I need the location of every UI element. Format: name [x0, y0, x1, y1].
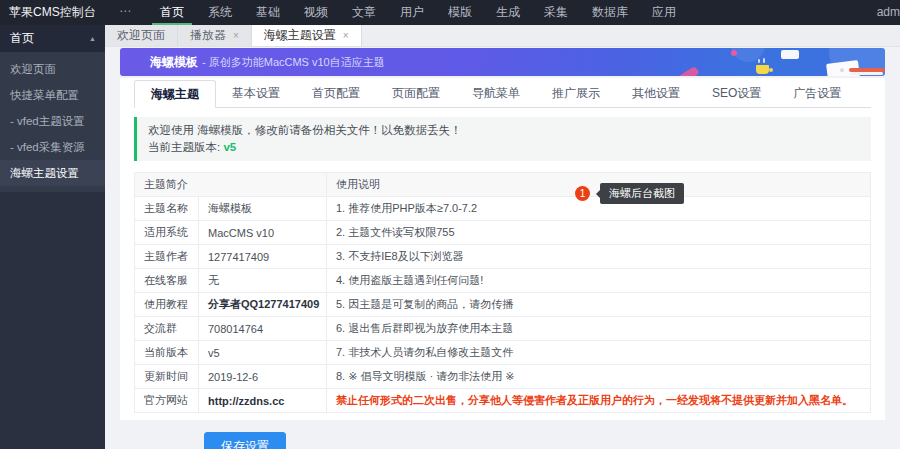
row-label: 官方网站 — [135, 389, 199, 413]
topnav-item[interactable]: 模版 — [436, 0, 484, 25]
theme-banner: 海螺模板- 原创多功能MacCMS v10自适应主题 — [120, 48, 885, 76]
subtab[interactable]: 页面配置 — [376, 80, 456, 107]
row-value: 1277417409 — [199, 245, 327, 269]
table-header-row: 主题简介 使用说明 — [135, 173, 871, 197]
row-label: 更新时间 — [135, 365, 199, 389]
topnav-item[interactable]: 应用 — [640, 0, 688, 25]
sidebar-header-label: 首页 — [10, 30, 34, 47]
page-tab[interactable]: 欢迎页面 — [105, 25, 178, 46]
row-note: 禁止任何形式的二次出售，分享他人等侵害作者及正版用户的行为，一经发现将不提供更新… — [327, 389, 871, 413]
tooltip-arrow-icon — [592, 190, 600, 198]
subtab[interactable]: 广告设置 — [777, 80, 857, 107]
tab-label: 海螺主题设置 — [264, 27, 336, 44]
banner-title: 海螺模板 — [150, 55, 198, 69]
table-row: 当前版本v57. 非技术人员请勿私自修改主题文件 — [135, 341, 871, 365]
table-row: 适用系统MacCMS v102. 主题文件读写权限755 — [135, 221, 871, 245]
topnav-item[interactable]: 生成 — [484, 0, 532, 25]
caret-up-icon: ▲ — [89, 35, 96, 42]
subtab[interactable]: 海螺主题 — [134, 80, 216, 108]
table-row: 主题作者12774174093. 不支持IE8及以下浏览器 — [135, 245, 871, 269]
row-note: 3. 不支持IE8及以下浏览器 — [327, 245, 871, 269]
sidebar-item[interactable]: 海螺主题设置 — [0, 160, 105, 186]
sidebar-item[interactable]: 欢迎页面 — [0, 56, 105, 82]
book-icon — [851, 72, 883, 75]
row-value: 无 — [199, 269, 327, 293]
user-name[interactable]: adm — [877, 0, 900, 25]
alert-line1: 欢迎使用 海螺模版，修改前请备份相关文件！以免数据丢失！ — [148, 122, 860, 139]
steam-icon — [758, 59, 760, 63]
subtab[interactable]: 导航菜单 — [456, 80, 536, 107]
sidebar-header[interactable]: 首页 ▲ — [0, 25, 105, 52]
tab-label: 播放器 — [190, 27, 226, 44]
more-icon[interactable]: ⋯ — [105, 0, 148, 25]
pink-dot-icon — [731, 50, 737, 56]
subtab-bar: 海螺主题基本设置首页配置页面配置导航菜单推广展示其他设置SEO设置广告设置 — [134, 80, 871, 108]
topnav-item[interactable]: 首页 — [148, 0, 196, 25]
subtab[interactable]: 其他设置 — [616, 80, 696, 107]
row-value: v5 — [199, 341, 327, 365]
table-row: 交流群7080147646. 退出售后群即视为放弃使用本主题 — [135, 317, 871, 341]
table-row: 在线客服无4. 使用盗版主题遇到任何问题! — [135, 269, 871, 293]
pink-slash-icon — [676, 66, 699, 76]
sidebar-item[interactable]: 快捷菜单配置 — [0, 82, 105, 108]
topnav-item[interactable]: 用户 — [388, 0, 436, 25]
row-label: 交流群 — [135, 317, 199, 341]
top-nav: 首页系统基础视频文章用户模版生成采集数据库应用 — [148, 0, 688, 25]
topnav-item[interactable]: 文章 — [340, 0, 388, 25]
close-icon[interactable]: × — [343, 30, 349, 41]
sidebar-menu: 欢迎页面快捷菜单配置- vfed主题设置- vfed采集资源海螺主题设置 — [0, 52, 105, 192]
theme-info-table: 主题简介 使用说明 主题名称海螺模板1. 推荐使用PHP版本≥7.0-7.2适用… — [134, 172, 871, 413]
row-value: 分享者QQ1277417409 — [199, 293, 327, 317]
speech-bubble-icon — [781, 50, 799, 59]
tooltip-text: 海螺后台截图 — [600, 183, 684, 204]
hint-badge-icon[interactable]: 1 — [575, 186, 590, 201]
tab-label: 欢迎页面 — [117, 27, 165, 44]
row-note: 5. 因主题是可复制的商品，请勿传播 — [327, 293, 871, 317]
settings-card: 海螺主题基本设置首页配置页面配置导航菜单推广展示其他设置SEO设置广告设置 欢迎… — [120, 78, 885, 420]
subtab[interactable]: SEO设置 — [696, 80, 777, 107]
row-label: 使用教程 — [135, 293, 199, 317]
row-value: http://zzdns.cc — [199, 389, 327, 413]
subtab[interactable]: 基本设置 — [216, 80, 296, 107]
topbar: 苹果CMS控制台 ⋯ 首页系统基础视频文章用户模版生成采集数据库应用 adm — [0, 0, 900, 25]
page-tab[interactable]: 播放器× — [178, 25, 252, 46]
topnav-item[interactable]: 视频 — [292, 0, 340, 25]
table-row: 主题名称海螺模板1. 推荐使用PHP版本≥7.0-7.2 — [135, 197, 871, 221]
app-title: 苹果CMS控制台 — [0, 0, 105, 25]
steam-icon — [763, 58, 765, 63]
table-row: 官方网站http://zzdns.cc禁止任何形式的二次出售，分享他人等侵害作者… — [135, 389, 871, 413]
tooltip: 1 海螺后台截图 — [575, 183, 684, 204]
close-icon[interactable]: × — [233, 30, 239, 41]
row-note: 7. 非技术人员请勿私自修改主题文件 — [327, 341, 871, 365]
row-note: 2. 主题文件读写权限755 — [327, 221, 871, 245]
save-button[interactable]: 保存设置 — [204, 432, 286, 449]
table-row: 更新时间2019-12-68. ※ 倡导文明模版 · 请勿非法使用 ※ — [135, 365, 871, 389]
row-label: 主题作者 — [135, 245, 199, 269]
version-label: 当前主题版本: — [148, 141, 220, 153]
topnav-item[interactable]: 采集 — [532, 0, 580, 25]
sidebar-item[interactable]: - vfed主题设置 — [0, 108, 105, 134]
subtab[interactable]: 推广展示 — [536, 80, 616, 107]
row-value: 708014764 — [199, 317, 327, 341]
row-note: 6. 退出售后群即视为放弃使用本主题 — [327, 317, 871, 341]
sidebar-item[interactable]: - vfed采集资源 — [0, 134, 105, 160]
row-label: 适用系统 — [135, 221, 199, 245]
row-value: 2019-12-6 — [199, 365, 327, 389]
row-value: 海螺模板 — [199, 197, 327, 221]
topnav-item[interactable]: 基础 — [244, 0, 292, 25]
subtab[interactable]: 首页配置 — [296, 80, 376, 107]
version-value: v5 — [223, 141, 236, 153]
alert-line2: 当前主题版本: v5 — [148, 139, 860, 156]
row-label: 在线客服 — [135, 269, 199, 293]
tab-bar: 欢迎页面播放器×海螺主题设置× — [105, 25, 900, 47]
topnav-item[interactable]: 系统 — [196, 0, 244, 25]
main-area: 欢迎页面播放器×海螺主题设置× 海螺模板- 原创多功能MacCMS v10自适应… — [105, 25, 900, 449]
row-label: 当前版本 — [135, 341, 199, 365]
row-value: MacCMS v10 — [199, 221, 327, 245]
backup-alert: 欢迎使用 海螺模版，修改前请备份相关文件！以免数据丢失！ 当前主题版本: v5 — [134, 117, 871, 161]
page-tab[interactable]: 海螺主题设置× — [252, 25, 362, 46]
topnav-item[interactable]: 数据库 — [580, 0, 640, 25]
col-header-intro: 主题简介 — [135, 173, 327, 197]
coffee-cup-icon — [756, 65, 769, 74]
coffee-cup-handle-icon — [769, 68, 773, 72]
